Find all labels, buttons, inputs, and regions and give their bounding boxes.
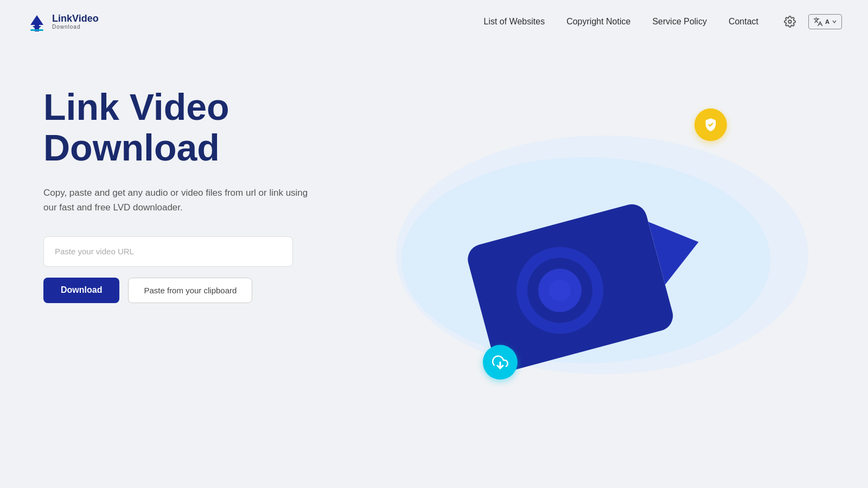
camera-illustration <box>434 141 749 423</box>
shield-icon <box>703 117 718 132</box>
svg-rect-1 <box>30 29 43 31</box>
main-nav: List of Websites Copyright Notice Servic… <box>484 12 843 31</box>
nav-contact[interactable]: Contact <box>729 17 758 27</box>
logo-text: LinkVideo Download <box>52 14 99 30</box>
main-content: Link Video Download Copy, paste and get … <box>0 43 868 445</box>
paste-clipboard-button[interactable]: Paste from your clipboard <box>128 278 252 303</box>
shield-badge <box>694 108 727 141</box>
logo-icon <box>26 11 48 33</box>
url-input-wrapper <box>43 236 358 267</box>
svg-point-2 <box>788 20 792 23</box>
hero-left: Link Video Download Copy, paste and get … <box>43 76 358 303</box>
logo[interactable]: LinkVideo Download <box>26 11 99 33</box>
chevron-down-icon <box>832 19 837 24</box>
action-buttons: Download Paste from your clipboard <box>43 278 358 303</box>
nav-service-policy[interactable]: Service Policy <box>652 17 706 27</box>
download-button[interactable]: Download <box>43 278 119 303</box>
hero-title: Link Video Download <box>43 87 358 168</box>
site-header: LinkVideo Download List of Websites Copy… <box>0 0 868 43</box>
hero-illustration <box>380 76 825 445</box>
download-badge <box>483 345 518 380</box>
hero-description: Copy, paste and get any audio or video f… <box>43 185 315 215</box>
nav-list-of-websites[interactable]: List of Websites <box>484 17 545 27</box>
url-input[interactable] <box>43 236 293 267</box>
nav-copyright-notice[interactable]: Copyright Notice <box>566 17 630 27</box>
translate-button[interactable]: A <box>808 14 842 29</box>
cloud-download-icon <box>492 354 508 370</box>
translate-label: A <box>825 18 829 25</box>
translate-icon <box>813 17 823 27</box>
nav-icons: A <box>780 12 842 31</box>
settings-icon-button[interactable] <box>780 12 800 31</box>
